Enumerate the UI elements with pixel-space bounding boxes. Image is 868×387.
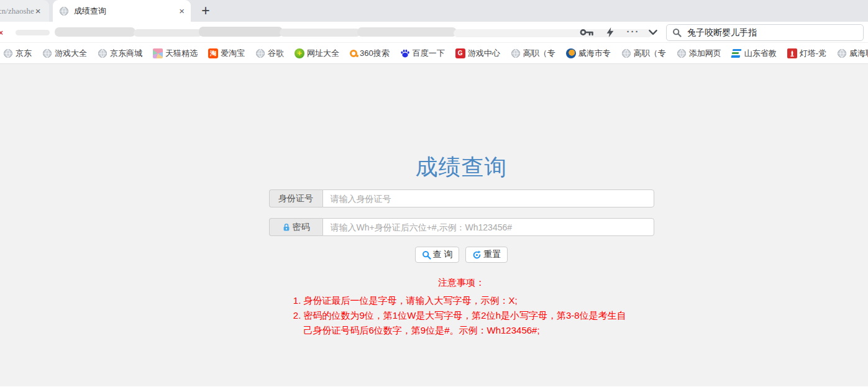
game-center-icon: G [455,48,465,58]
lock-icon [282,223,291,232]
bookmark-gaozhi-1[interactable]: 高职（专 [511,48,555,59]
notice-list: 身份证最后一位是字母，请输入大写字母，示例：X; 密码的位数为9位，第1位W是大… [290,293,633,338]
globe-icon [98,48,107,58]
bookmark-google[interactable]: 谷歌 [255,48,284,59]
bookmark-add-page[interactable]: 添加网页 [677,48,721,59]
notice-section: 注意事项： 身份证最后一位是字母，请输入大写字母，示例：X; 密码的位数为9位，… [269,277,654,338]
globe-icon [42,48,52,58]
bookmark-wangzhi-daquan[interactable]: +网址大全 [295,48,339,59]
bookmark-jd-mall[interactable]: 京东商城 [98,48,142,59]
more-options-icon[interactable]: ··· [625,27,641,38]
shandong-edu-icon [731,49,742,58]
page-content: 成绩查询 身份证号 密码 查 询 重置 注意事项： 身份证最后一位是字母，请输入… [0,64,868,386]
browser-search-box[interactable]: 兔子咬断婴儿手指 [666,24,864,41]
bookmark-jingdong[interactable]: 京东 [3,48,32,59]
lighthouse-icon [787,48,797,58]
globe-icon [3,48,13,58]
tab-title: 成绩查询 [74,6,179,17]
chevron-down-icon[interactable] [647,27,659,38]
password-key-icon[interactable] [580,27,595,38]
password-label: 密码 [269,218,322,236]
bookmark-360-search[interactable]: 360搜索 [350,48,390,59]
notice-heading: 注意事项： [269,277,654,289]
360-search-icon [350,50,357,57]
globe-icon [837,48,847,58]
id-number-input[interactable] [322,189,654,207]
baidu-paw-icon [400,48,410,58]
reset-icon [472,250,482,260]
search-icon [672,28,682,37]
globe-icon [511,48,521,58]
page-title: 成绩查询 [269,152,654,183]
globe-icon [255,48,265,58]
globe-favicon-icon [59,6,69,16]
bookmark-gaozhi-2[interactable]: 高职（专 [621,48,666,59]
query-button[interactable]: 查 询 [415,247,460,263]
redacted-url-blob [357,27,457,37]
tab-title: cn/zhaoshe [0,6,34,16]
bookmark-weihai-zhiye[interactable]: 威海职业 [837,48,868,59]
redacted-mark: × [0,29,3,37]
address-toolbar: × ··· 兔子咬断婴儿手指 [0,22,868,43]
new-tab-button[interactable]: + [196,1,215,20]
bookmark-youxi-daquan[interactable]: 游戏大全 [42,48,87,59]
bookmark-tmall[interactable]: 天猫精选 [153,48,198,59]
notice-item: 密码的位数为9位，第1位W是大写字母，第2位h是小写字母，第3-8位是考生自己身… [304,308,633,338]
tab-strip: cn/zhaoshe × 成绩查询 × + [0,0,868,22]
id-number-group: 身份证号 [269,189,654,207]
globe-icon [677,48,687,58]
bookmark-aitaobao[interactable]: 淘爱淘宝 [208,48,245,59]
password-group: 密码 [269,218,654,236]
tab-zhaoshe[interactable]: cn/zhaoshe × [0,0,49,22]
redacted-url-blob [199,27,283,37]
weihai-e-icon [566,48,576,58]
redacted-url-blob [16,30,50,35]
password-input[interactable] [322,218,654,236]
redacted-url-blob [134,29,202,37]
notice-item: 身份证最后一位是字母，请输入大写字母，示例：X; [304,293,633,308]
search-icon [422,250,431,260]
bookmark-dengta-dangjian[interactable]: 灯塔-党 [787,48,826,59]
taobao-icon: 淘 [208,48,218,58]
id-number-label: 身份证号 [269,189,322,207]
360-nav-icon: + [295,48,304,58]
redacted-url-blob [280,29,360,37]
close-icon[interactable]: × [179,6,185,16]
redacted-url-blob [55,27,135,37]
search-query-text[interactable]: 兔子咬断婴儿手指 [687,27,757,39]
speed-bolt-icon[interactable] [605,27,616,38]
score-query-form-container: 成绩查询 身份证号 密码 查 询 重置 注意事项： 身份证最后一位是字母，请输入… [269,152,654,338]
form-buttons: 查 询 重置 [269,247,654,263]
tmall-mosaic-icon [153,48,163,58]
bookmark-shandong-edu[interactable]: 山东省教 [732,48,777,59]
bookmarks-bar: 京东 游戏大全 京东商城 天猫精选 淘爱淘宝 谷歌 +网址大全 360搜索 百度… [0,43,868,64]
reset-button[interactable]: 重置 [465,247,508,263]
bookmark-baidu[interactable]: 百度一下 [400,48,445,59]
redacted-url-blob [454,29,652,37]
bookmark-game-center[interactable]: G游戏中心 [455,48,500,59]
globe-icon [621,48,631,58]
bookmark-weihai-shizhuan[interactable]: 威海市专 [566,48,611,59]
tab-score-query[interactable]: 成绩查询 × [53,0,191,22]
close-icon[interactable]: × [35,6,41,16]
